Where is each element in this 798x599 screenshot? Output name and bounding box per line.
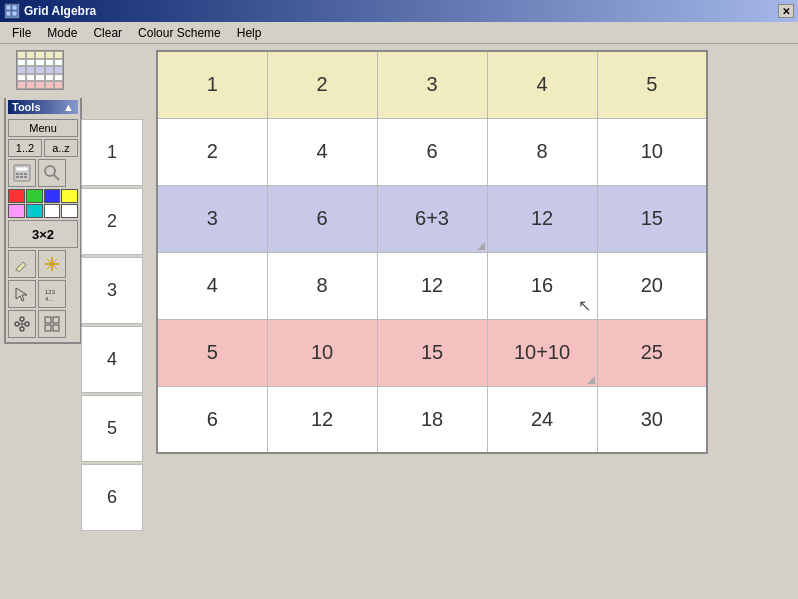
- thumbnail-cell: [54, 66, 63, 74]
- color-red[interactable]: [8, 189, 25, 203]
- row-label-6: 6: [81, 464, 143, 531]
- cell-value-r4-c5: 20: [641, 274, 663, 296]
- thumbnail-cell: [17, 74, 26, 82]
- thumbnail-cell: [35, 81, 44, 89]
- grid-cell-r5-c4[interactable]: 10+10: [487, 319, 597, 386]
- thumbnail-cell: [45, 59, 54, 67]
- grid-cell-r2-c2[interactable]: 4: [267, 118, 377, 185]
- svg-rect-5: [16, 167, 28, 171]
- thumbnail-cell: [35, 74, 44, 82]
- grid-cell-r5-c3[interactable]: 15: [377, 319, 487, 386]
- btn-az[interactable]: a..z: [44, 139, 78, 157]
- calculator-icon-btn[interactable]: [8, 159, 36, 187]
- menu-colour-scheme[interactable]: Colour Scheme: [130, 24, 229, 42]
- svg-rect-3: [12, 11, 17, 16]
- header-cell-col4[interactable]: 4: [487, 51, 597, 118]
- grid-cell-r3-c4[interactable]: 12: [487, 185, 597, 252]
- cursor-indicator: ↖: [578, 296, 591, 315]
- cell-value-r6-c5: 30: [641, 408, 663, 430]
- grid-cell-r4-c5[interactable]: 20: [597, 252, 707, 319]
- grid-cell-r2-c5[interactable]: 10: [597, 118, 707, 185]
- row-label-4: 4: [81, 326, 143, 393]
- color-white1[interactable]: [44, 204, 61, 218]
- grid-cell-r2-c4[interactable]: 8: [487, 118, 597, 185]
- grid-cell-r4-c1[interactable]: 4: [157, 252, 267, 319]
- grid-cell-r4-c2[interactable]: 8: [267, 252, 377, 319]
- thumbnail-cell: [54, 59, 63, 67]
- cell-value-r3-c3: 6+3: [415, 207, 449, 229]
- color-green[interactable]: [26, 189, 43, 203]
- grid-cell-r5-c1[interactable]: 5: [157, 319, 267, 386]
- color-white2[interactable]: [61, 204, 78, 218]
- grid-cell-r6-c4[interactable]: 24: [487, 386, 597, 453]
- nodes-icon-btn[interactable]: [8, 310, 36, 338]
- grid-cell-r3-c2[interactable]: 6: [267, 185, 377, 252]
- color-cyan[interactable]: [26, 204, 43, 218]
- cell-value-r4-c3: 12: [421, 274, 443, 296]
- menu-mode[interactable]: Mode: [39, 24, 85, 42]
- thumbnail-cell: [54, 81, 63, 89]
- grid-cell-r2-c3[interactable]: 6: [377, 118, 487, 185]
- row-label-spacer: [80, 50, 150, 118]
- svg-rect-32: [53, 325, 59, 331]
- 3x2-button[interactable]: 3×2: [8, 220, 78, 248]
- thumbnail-cell: [17, 81, 26, 89]
- pointer-icon-btn[interactable]: [8, 280, 36, 308]
- cell-value-r5-c3: 15: [421, 341, 443, 363]
- cell-value-r6-c4: 24: [531, 408, 553, 430]
- svg-text:123: 123: [45, 289, 56, 295]
- color-yellow[interactable]: [61, 189, 78, 203]
- svg-rect-0: [6, 5, 11, 10]
- grid-cell-r5-c5[interactable]: 25: [597, 319, 707, 386]
- menu-file[interactable]: File: [4, 24, 39, 42]
- color-pink[interactable]: [8, 204, 25, 218]
- grid-cell-r3-c5[interactable]: 15: [597, 185, 707, 252]
- grid-cell-r5-c2[interactable]: 10: [267, 319, 377, 386]
- cell-value-r2-c2: 4: [316, 140, 327, 162]
- grid2-icon-btn[interactable]: [38, 310, 66, 338]
- row-label-3: 3: [81, 257, 143, 324]
- tools-arrow[interactable]: ▲: [63, 101, 74, 113]
- numbers-icon-btn[interactable]: 123 4...: [38, 280, 66, 308]
- thumbnail-cell: [45, 66, 54, 74]
- thumbnail-cell: [26, 59, 35, 67]
- thumbnail-cell: [35, 66, 44, 74]
- grid-cell-r2-c1[interactable]: 2: [157, 118, 267, 185]
- menu-clear[interactable]: Clear: [85, 24, 130, 42]
- grid-cell-r3-c3[interactable]: 6+3: [377, 185, 487, 252]
- header-cell-col3[interactable]: 3: [377, 51, 487, 118]
- grid-cell-r3-c1[interactable]: 3: [157, 185, 267, 252]
- pencil-icon-btn[interactable]: [8, 250, 36, 278]
- svg-rect-11: [24, 176, 27, 178]
- svg-point-12: [45, 166, 55, 176]
- grid-cell-r4-c4[interactable]: 16↖: [487, 252, 597, 319]
- svg-rect-30: [53, 317, 59, 323]
- header-cell-col5[interactable]: 5: [597, 51, 707, 118]
- grid-cell-r6-c2[interactable]: 12: [267, 386, 377, 453]
- header-cell-col2[interactable]: 2: [267, 51, 377, 118]
- menu-button[interactable]: Menu: [8, 119, 78, 137]
- row-label-5: 5: [81, 395, 143, 462]
- btn-12[interactable]: 1..2: [8, 139, 42, 157]
- thumbnail-cell: [45, 81, 54, 89]
- svg-rect-29: [45, 317, 51, 323]
- svg-rect-1: [12, 5, 17, 10]
- grid-cell-r4-c3[interactable]: 12: [377, 252, 487, 319]
- thumbnail-cell: [26, 81, 35, 89]
- thumbnail-cell: [54, 74, 63, 82]
- close-button[interactable]: ✕: [778, 4, 794, 18]
- cell-value-r2-c4: 8: [536, 140, 547, 162]
- color-blue[interactable]: [44, 189, 61, 203]
- magnifier-icon-btn[interactable]: [38, 159, 66, 187]
- svg-rect-10: [20, 176, 23, 178]
- grid-cell-r6-c3[interactable]: 18: [377, 386, 487, 453]
- thumbnail-cell: [26, 66, 35, 74]
- grid-cell-r6-c5[interactable]: 30: [597, 386, 707, 453]
- menu-help[interactable]: Help: [229, 24, 270, 42]
- sparkle-icon-btn[interactable]: [38, 250, 66, 278]
- cell-value-r3-c2: 6: [316, 207, 327, 229]
- svg-rect-2: [6, 11, 11, 16]
- grid-cell-r6-c1[interactable]: 6: [157, 386, 267, 453]
- header-cell-col1[interactable]: 1: [157, 51, 267, 118]
- grid-area: 12345246810366+31215481216↖205101510+102…: [150, 44, 798, 599]
